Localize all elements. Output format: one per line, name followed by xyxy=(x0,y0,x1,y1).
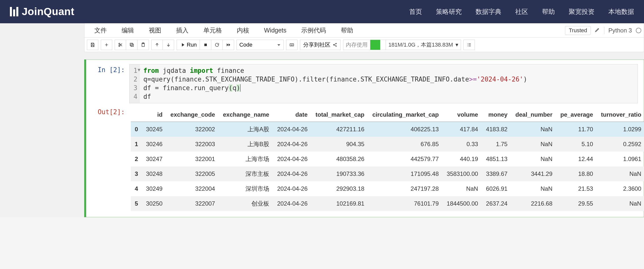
input-prompt: In [2]: xyxy=(92,64,129,74)
paste-button[interactable] xyxy=(138,40,149,50)
kernel-name[interactable]: Python 3 xyxy=(608,27,632,34)
table-cell: 3583100.00 xyxy=(443,166,482,181)
table-row[interactable]: 230247322001上海市场2024-04-26480358.2644257… xyxy=(131,152,644,166)
fast-forward-button[interactable] xyxy=(223,40,234,50)
table-cell: 440.19 xyxy=(443,152,482,166)
move-up-button[interactable] xyxy=(151,40,163,50)
table-cell: 上海A股 xyxy=(219,122,273,137)
svg-rect-3 xyxy=(130,43,132,46)
table-cell: 904.35 xyxy=(312,137,368,152)
run-button[interactable]: Run xyxy=(176,40,200,50)
nav-community[interactable]: 社区 xyxy=(515,8,528,16)
table-cell: 30246 xyxy=(142,137,166,152)
table-cell: 2024-04-26 xyxy=(273,137,312,152)
table-cell: 2024-04-26 xyxy=(273,122,312,137)
table-row[interactable]: 130246322003上海B股2024-04-26904.35676.850.… xyxy=(131,137,644,152)
nav-invest[interactable]: 聚宽投资 xyxy=(569,8,594,16)
code-text[interactable]: from jqdata import finance q=query(finan… xyxy=(140,64,638,103)
row-index: 3 xyxy=(131,166,142,181)
table-cell: 6026.91 xyxy=(482,181,512,196)
table-row[interactable]: 030245322002上海A股2024-04-26427211.1640622… xyxy=(131,122,644,137)
table-cell: 322002 xyxy=(166,122,219,137)
table-cell: 1844500.00 xyxy=(443,196,482,211)
table-cell: 247197.28 xyxy=(368,181,443,196)
share-community-button[interactable]: 分享到社区 xyxy=(300,40,340,50)
cut-button[interactable] xyxy=(115,40,126,50)
row-index: 5 xyxy=(131,196,142,211)
menu-help[interactable]: 帮助 xyxy=(334,26,361,34)
table-cell: 2.3600 xyxy=(597,181,644,196)
kernel-status-icon[interactable] xyxy=(636,28,641,33)
brand-logo-icon xyxy=(10,7,18,16)
edit-pencil-icon[interactable] xyxy=(595,27,600,34)
table-cell: 上海B股 xyxy=(219,137,273,152)
share-label: 分享到社区 xyxy=(303,41,330,48)
nav-help[interactable]: 帮助 xyxy=(542,8,555,16)
code-editor[interactable]: 1 2 3 4 ▼ from jqdata import finance q=q… xyxy=(129,64,638,103)
menu-cell[interactable]: 单元格 xyxy=(196,26,229,34)
menu-insert[interactable]: 插入 xyxy=(169,26,196,34)
table-cell: 2637.24 xyxy=(482,196,512,211)
restart-button[interactable] xyxy=(211,40,223,50)
nav-local-data[interactable]: 本地数据 xyxy=(608,8,634,16)
share-icon xyxy=(332,42,337,47)
memory-bar-icon xyxy=(370,40,386,50)
add-cell-button[interactable] xyxy=(101,40,112,50)
menu-kernel[interactable]: 内核 xyxy=(229,26,256,34)
line-gutter: 1 2 3 4 ▼ xyxy=(130,64,140,103)
table-cell: 30250 xyxy=(142,196,166,211)
menu-widgets[interactable]: Widgets xyxy=(256,27,294,34)
table-row[interactable]: 530250322007创业板2024-04-26102169.8176101.… xyxy=(131,196,644,211)
brand[interactable]: JoinQuant xyxy=(10,6,74,18)
table-cell: 322004 xyxy=(166,181,219,196)
toc-button[interactable] xyxy=(464,40,475,50)
table-cell: 2216.68 xyxy=(512,196,556,211)
stop-button[interactable] xyxy=(200,40,211,50)
table-cell: 102169.81 xyxy=(312,196,368,211)
menu-edit[interactable]: 编辑 xyxy=(114,26,142,34)
table-cell: 30245 xyxy=(142,122,166,137)
table-cell: 上海市场 xyxy=(219,152,273,166)
table-cell: 5.10 xyxy=(556,137,597,152)
nav-strategy[interactable]: 策略研究 xyxy=(436,8,462,16)
cell-type-select[interactable]: Code xyxy=(236,40,284,50)
trusted-badge[interactable]: Trusted xyxy=(565,26,591,35)
table-cell: 4851.13 xyxy=(482,152,512,166)
output-prompt: Out[2]: xyxy=(92,106,129,116)
table-cell: 4183.82 xyxy=(482,122,512,137)
fold-icon[interactable]: ▼ xyxy=(138,67,140,73)
table-cell: 322005 xyxy=(166,166,219,181)
row-index: 2 xyxy=(131,152,142,166)
copy-button[interactable] xyxy=(126,40,138,50)
table-row[interactable]: 330248322005深市主板2024-04-26190733.3617109… xyxy=(131,166,644,181)
svg-rect-2 xyxy=(131,44,133,46)
table-cell: 2024-04-26 xyxy=(273,181,312,196)
svg-rect-6 xyxy=(204,44,207,46)
table-row[interactable]: 430249322004深圳市场2024-04-26292903.1824719… xyxy=(131,181,644,196)
code-cell[interactable]: In [2]: 1 2 3 4 ▼ from jqdata import fin… xyxy=(84,60,644,217)
table-cell: 322007 xyxy=(166,196,219,211)
nav-data-dict[interactable]: 数据字典 xyxy=(476,8,501,16)
table-cell: 322003 xyxy=(166,137,219,152)
menu-file[interactable]: 文件 xyxy=(87,26,114,34)
nav-home[interactable]: 首页 xyxy=(409,8,422,16)
save-button[interactable] xyxy=(87,40,98,50)
menu-view[interactable]: 视图 xyxy=(142,26,169,34)
table-cell: 2024-04-26 xyxy=(273,166,312,181)
command-palette-button[interactable] xyxy=(286,40,298,50)
table-cell: 676.85 xyxy=(368,137,443,152)
table-cell: 11.70 xyxy=(556,122,597,137)
table-cell: 2024-04-26 xyxy=(273,196,312,211)
table-cell: 30249 xyxy=(142,181,166,196)
table-cell: 3389.67 xyxy=(482,166,512,181)
table-cell: 442579.77 xyxy=(368,152,443,166)
table-cell: 21.53 xyxy=(556,181,597,196)
table-cell: 30247 xyxy=(142,152,166,166)
table-cell: 30248 xyxy=(142,166,166,181)
move-down-button[interactable] xyxy=(163,40,174,50)
table-cell: 18.80 xyxy=(556,166,597,181)
memory-usage[interactable]: 内存使用 181M/1.0G，本篇138.83M ▾ xyxy=(343,40,461,50)
brand-text: JoinQuant xyxy=(22,6,74,18)
menu-examples[interactable]: 示例代码 xyxy=(294,26,334,34)
table-cell: 171095.48 xyxy=(368,166,443,181)
